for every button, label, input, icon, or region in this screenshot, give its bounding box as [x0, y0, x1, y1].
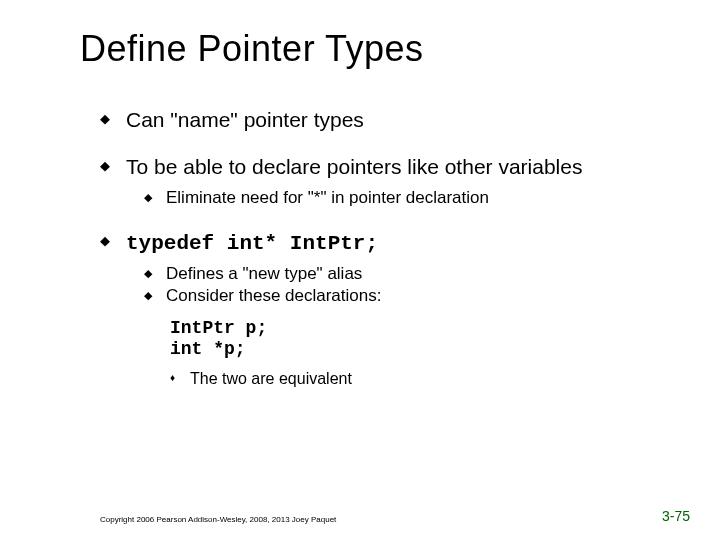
bullet-item: Eliminate need for "*" in pointer declar… [144, 188, 660, 208]
slide-title: Define Pointer Types [80, 28, 424, 70]
slide: Define Pointer Types Can "name" pointer … [0, 0, 720, 540]
bullet-text: Eliminate need for "*" in pointer declar… [166, 188, 489, 207]
code-block: IntPtr p; int *p; [170, 318, 660, 359]
bullet-item: To be able to declare pointers like othe… [100, 155, 660, 208]
bullet-list-level3: The two are equivalent [170, 370, 660, 389]
bullet-text: The two are equivalent [190, 370, 352, 387]
bullet-item: Consider these declarations: [144, 286, 660, 306]
bullet-text: To be able to declare pointers like othe… [126, 155, 582, 178]
bullet-text: Consider these declarations: [166, 286, 381, 305]
bullet-list-level1: Can "name" pointer types To be able to d… [100, 108, 660, 389]
code-line: IntPtr p; [170, 318, 267, 338]
bullet-list-level2: Eliminate need for "*" in pointer declar… [144, 188, 660, 208]
code-line: int *p; [170, 339, 246, 359]
bullet-text: Defines a "new type" alias [166, 264, 362, 283]
slide-body: Can "name" pointer types To be able to d… [100, 108, 660, 411]
footer-copyright: Copyright 2006 Pearson Addison-Wesley, 2… [100, 515, 336, 524]
bullet-list-level2: Defines a "new type" alias Consider thes… [144, 264, 660, 306]
bullet-item: typedef int* IntPtr; Defines a "new type… [100, 230, 660, 389]
code-line: typedef int* IntPtr; [126, 232, 378, 255]
bullet-item: The two are equivalent [170, 370, 660, 389]
bullet-text: Can "name" pointer types [126, 108, 364, 131]
footer-page-number: 3-75 [662, 508, 690, 524]
bullet-item: Defines a "new type" alias [144, 264, 660, 284]
bullet-item: Can "name" pointer types [100, 108, 660, 133]
